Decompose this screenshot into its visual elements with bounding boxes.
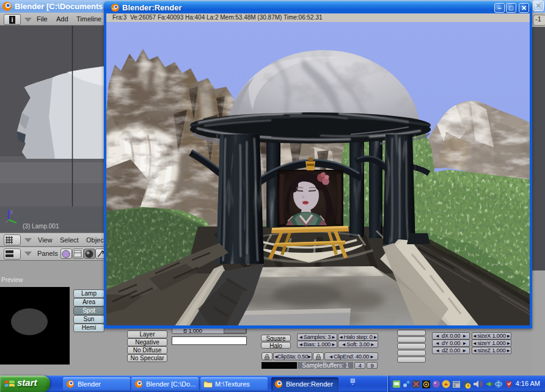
svg-text:z: z <box>10 209 13 215</box>
svg-text:(3) Lamp.001: (3) Lamp.001 <box>23 223 59 230</box>
